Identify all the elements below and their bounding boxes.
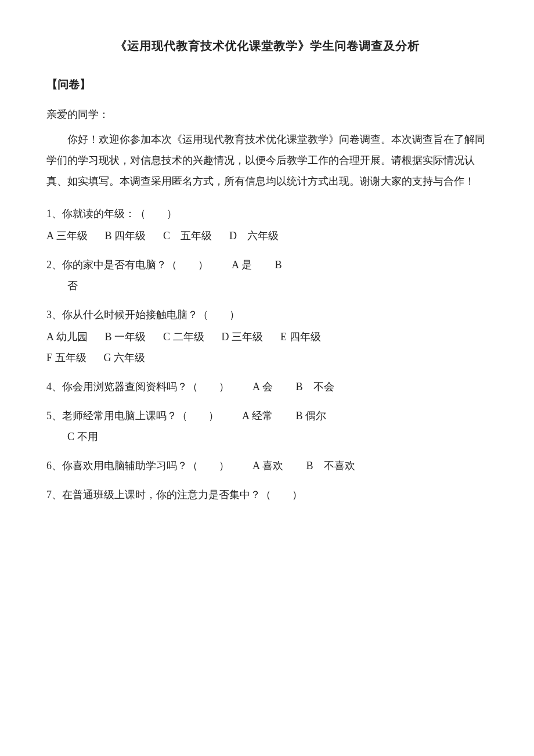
q6-option-b: B 不喜欢: [306, 455, 355, 476]
question-4-row: 4、你会用浏览器查阅资料吗？（ ） A 会 B 不会: [46, 376, 488, 397]
question-6-text: 6、你喜欢用电脑辅助学习吗？（ ）: [46, 455, 229, 476]
q1-option-b: B 四年级: [105, 225, 146, 246]
q5-option-c: C 不用: [67, 431, 98, 442]
question-6: 6、你喜欢用电脑辅助学习吗？（ ） A 喜欢 B 不喜欢: [46, 455, 488, 476]
q2-option-b-text: 否: [67, 275, 488, 296]
page-title: 《运用现代教育技术优化课堂教学》学生问卷调查及分析: [46, 35, 488, 57]
intro-paragraph: 你好！欢迎你参加本次《运用现代教育技术优化课堂教学》问卷调查。本次调查旨在了解同…: [46, 129, 488, 192]
question-5-row: 5、老师经常用电脑上课吗？（ ） A 经常 B 偶尔: [46, 405, 488, 426]
q1-option-d: D 六年级: [229, 225, 279, 246]
question-7-text: 7、在普通班级上课时，你的注意力是否集中？（ ）: [46, 484, 488, 505]
q3-option-g: G 六年级: [104, 347, 146, 368]
q5-option-a: A 经常: [242, 405, 273, 426]
q3-option-f: F 五年级: [46, 347, 86, 368]
question-2: 2、你的家中是否有电脑？（ ） A 是 B 否: [46, 254, 488, 296]
question-1-options: A 三年级 B 四年级 C 五年级 D 六年级: [46, 225, 488, 246]
q3-option-c: C 二年级: [163, 326, 204, 347]
q3-option-b: B 一年级: [105, 326, 146, 347]
q1-option-c: C 五年级: [163, 225, 212, 246]
q4-option-b: B 不会: [296, 376, 334, 397]
question-6-row: 6、你喜欢用电脑辅助学习吗？（ ） A 喜欢 B 不喜欢: [46, 455, 488, 476]
question-3-options-row2: F 五年级 G 六年级: [46, 347, 488, 368]
greeting-text: 亲爱的同学：: [46, 105, 488, 124]
q5-option-c-row: C 不用: [67, 426, 488, 447]
q1-option-a: A 三年级: [46, 225, 88, 246]
question-7: 7、在普通班级上课时，你的注意力是否集中？（ ）: [46, 484, 488, 505]
q2-option-b: B: [275, 254, 282, 275]
question-1-text: 1、你就读的年级：（ ）: [46, 203, 488, 224]
q2-option-a: A 是: [232, 254, 252, 275]
question-2-row: 2、你的家中是否有电脑？（ ） A 是 B: [46, 254, 488, 275]
question-4-text: 4、你会用浏览器查阅资料吗？（ ）: [46, 376, 229, 397]
question-5: 5、老师经常用电脑上课吗？（ ） A 经常 B 偶尔 C 不用: [46, 405, 488, 447]
q3-option-e: E 四年级: [280, 326, 321, 347]
q4-option-a: A 会: [252, 376, 273, 397]
q6-option-a: A 喜欢: [252, 455, 283, 476]
section-header: 【问卷】: [46, 74, 488, 95]
question-5-text: 5、老师经常用电脑上课吗？（ ）: [46, 405, 219, 426]
question-4: 4、你会用浏览器查阅资料吗？（ ） A 会 B 不会: [46, 376, 488, 397]
q3-option-a: A 幼儿园: [46, 326, 88, 347]
question-3-text: 3、你从什么时候开始接触电脑？（ ）: [46, 304, 488, 325]
question-1: 1、你就读的年级：（ ） A 三年级 B 四年级 C 五年级 D 六年级: [46, 203, 488, 246]
question-3-options: A 幼儿园 B 一年级 C 二年级 D 三年级 E 四年级: [46, 326, 488, 347]
q3-option-d: D 三年级: [222, 326, 264, 347]
q5-option-b: B 偶尔: [296, 405, 327, 426]
question-2-text: 2、你的家中是否有电脑？（ ）: [46, 254, 208, 275]
question-3: 3、你从什么时候开始接触电脑？（ ） A 幼儿园 B 一年级 C 二年级 D 三…: [46, 304, 488, 368]
